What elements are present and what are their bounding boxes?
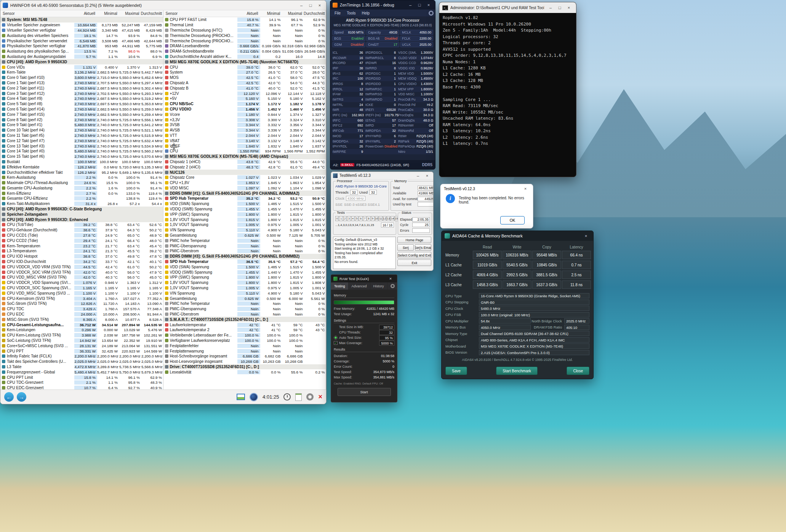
sensor-row[interactable]: Drive: CT4000T710SSD8 (2513524F6D31) [C:… [163, 364, 326, 370]
sensor-row[interactable]: VDD (SWA) Spannung 1.500 V 1.485 V 1.515… [163, 264, 326, 269]
sensor-row[interactable]: CPU TDC-Grenzwert 2.1 % 1.1 % 95.8 % 48.… [0, 380, 163, 385]
sensor-row[interactable]: Infinity Fabric Takt (FCLK) 2,200.0 MHz … [0, 354, 163, 359]
sensor-row[interactable]: Effektive Kerntakte 126.2 MHz 0.0 MHz 5,… [0, 164, 163, 170]
sensor-row[interactable]: Core 1 Takt (perf #13) 2,740.0 MHz 2,707… [0, 80, 163, 86]
dialog-titlebar[interactable]: TestMem5 v0.12.3 × [440, 184, 533, 193]
col-min[interactable]: Minimal [97, 11, 119, 16]
close-icon[interactable]: × [315, 2, 324, 9]
setting-input[interactable]: 39712 [379, 325, 394, 330]
sensor-row[interactable]: VPP (SWC) Spannung 1.800 V 1.800 V 1.815… [163, 275, 326, 280]
sensor-row[interactable]: CPU [#0]: AMD Ryzen 9 9950X3D: Enhanced [0, 217, 163, 222]
col-sensor[interactable]: Sensor [163, 11, 237, 16]
sensor-row[interactable]: Vcore 1.180 V 0.844 V 1.374 V 1.327 V [163, 112, 326, 117]
sensor-row[interactable]: MSI MEG X870E GODLIKE X EDITION (MS-7E48… [163, 59, 326, 64]
gear-icon[interactable] [429, 11, 434, 16]
close-icon[interactable]: × [424, 2, 433, 8]
sensor-row[interactable]: Speicher-Zeitangaben [0, 212, 163, 217]
sensor-row[interactable]: CPU PPT 36.331 W 32.425 W 220.923 W 144.… [0, 348, 163, 354]
sensor-row[interactable]: Gesamtleistung 0.625 W 0.500 W 7.125 W 5… [163, 233, 326, 238]
sensor-row[interactable]: System 27.0 °C 26.5 °C 37.0 °C 28.0 °C [163, 70, 326, 75]
setting-toggle[interactable] [334, 336, 338, 340]
sensor-row[interactable]: PMIC hohe Temperatur Nein Nein Nein 0 % [163, 238, 326, 243]
close-icon[interactable]: × [423, 172, 431, 179]
hwinfo-titlebar[interactable]: HWiNFO® 64 v8.40-5900 Sensorstatus [0.2%… [0, 0, 326, 10]
sensor-row[interactable]: CPU PPT Limit 15.8 % 14.1 % 96.1 % 62.9 … [0, 375, 163, 380]
sensor-row[interactable]: Gesamte CPU-Effizienz 2.2 % 138.8 % 119.… [0, 196, 163, 201]
sensor-row[interactable]: CPU NB/SoC 1.174 V 1.172 V 1.182 V 1.178… [163, 101, 326, 107]
close-icon[interactable]: × [521, 185, 530, 192]
maximize-icon[interactable]: □ [306, 2, 315, 9]
sensor-row[interactable]: CPU VDDCR_VDD Spannung (SVI... 1.076 V 0… [0, 280, 163, 285]
zentimings-titlebar[interactable]: ZenTimings 1.36.1856 - debug – □ × [330, 0, 435, 10]
save-button[interactable]: Save [445, 367, 467, 375]
maximize-icon[interactable]: □ [415, 2, 424, 8]
sensor-row[interactable]: VIN Spannung 5.110 V 4.900 V 5.180 V 5.0… [163, 290, 326, 296]
sensor-row[interactable]: 1,8V VOUT Spannung 1.800 V 1.800 V 1.815… [163, 280, 326, 285]
sensor-row[interactable]: Kern-Temperaturen 23.2 °C 21.7 °C 63.4 °… [0, 243, 163, 248]
sensor-row[interactable]: Core 11 Takt (perf #5) 2,740.0 MHz 2,740… [0, 133, 163, 138]
sensor-row[interactable]: Host-Lesevorgänge insgesamt 10,268 GB 10… [163, 359, 326, 364]
sensor-row[interactable]: Laufwerkstemperatur 2 42 °C 41 °C 59 °C … [163, 327, 326, 333]
sensor-row[interactable]: PMIC-Überstrom Nein Nein Nein 0 % [163, 248, 326, 254]
sensor-row[interactable]: Maximale CPU-/Thread-Auslastung 24.6 % 1… [0, 180, 163, 186]
sensor-row[interactable]: Core 6 Takt (perf #14) 2,740.0 MHz 2,682… [0, 107, 163, 112]
col-min[interactable]: Minimal [259, 11, 282, 16]
sensor-row[interactable]: Thermische Drosselung (PROCHO... Nein Ne… [163, 33, 326, 38]
sensor-row[interactable]: Durchschnittlicher effektiver Takt 126.2… [0, 170, 163, 175]
sensor-row[interactable]: CPU CCD2 (Tdie) 29.4 °C 24.1 °C 66.4 °C … [0, 238, 163, 243]
sensor-row[interactable]: Core 8 Takt (perf #2) 2,740.0 MHz 2,740.… [0, 117, 163, 122]
sensor-row[interactable]: CPU IOD-Durchschnitt 34.2 °C 33.7 °C 42.… [0, 259, 163, 264]
sensor-row[interactable]: Auslastung des physikalischen Sp... 13.5… [0, 49, 163, 54]
sensor-row[interactable]: NUC126 [163, 170, 326, 175]
tab-testing[interactable]: Testing [331, 282, 349, 290]
sensor-row[interactable]: CPU VDDIO 1.456 V 1.452 V 1.460 V 1.456 … [163, 107, 326, 112]
sensor-row[interactable]: Chipsatz 1 (xHCI) 43.8 °C 42.9 °C 55.6 °… [163, 159, 326, 165]
menu-help[interactable]: Help [359, 11, 372, 16]
threads-value[interactable]: 32 [350, 190, 358, 195]
col-current[interactable]: Aktuell [74, 11, 97, 16]
sensor-row[interactable]: Thermische Drosselung (PROCHO... Nein Ne… [163, 38, 326, 43]
sensor-row[interactable]: Core 3 Takt (perf #12) 2,740.0 MHz 2,702… [0, 91, 163, 96]
sensor-row[interactable]: Verfügbarer Laufwerksreserveplatz 100.0 … [163, 338, 326, 343]
menu-tools[interactable]: Tools [344, 11, 358, 16]
sensor-row[interactable]: Thermische Drosselung (HTC) Nein Nein Ne… [163, 28, 326, 33]
minimize-icon[interactable]: – [406, 2, 415, 8]
sensor-row[interactable]: 1,0V VOUT Spannung 1.005 V 0.975 V 1.005… [163, 285, 326, 291]
sensor-row[interactable]: CPU VDD_MISC Spannung (SVI3 ... 1.100 V … [0, 290, 163, 296]
sensor-row[interactable]: 1,0V VOUT Spannung 1.005 V 0.975 V 1.005… [163, 222, 326, 228]
sensor-row[interactable]: Takt des Speicher-Controllers (U... 2,02… [0, 359, 163, 364]
sensor-row[interactable]: Kern-Leistungen 0.296 W 0.000 W 13.029 W… [0, 327, 163, 333]
sensor-row[interactable]: SoC-Strom (SVI3 TFN) 12.826 A 11.720 A 1… [0, 301, 163, 306]
sensor-row[interactable]: VDDQ (SWB) Spannung 1.455 V 1.455 V 1.47… [163, 207, 326, 212]
sensor-row[interactable]: CPU TDC 3.429 A 1.760 A 157.570 A 77.348… [0, 306, 163, 312]
minimize-icon[interactable]: – [414, 172, 422, 179]
sensor-row[interactable]: CPU EDC 24.000 A 10.000 A 208.500 A 91.9… [0, 312, 163, 317]
sensor-row[interactable]: MISC-Strom (SVI3 TFN) 8.365 A 8.000 A 10… [0, 317, 163, 322]
start-button[interactable]: Start [338, 388, 391, 396]
sensor-row[interactable]: CPU Kern-Leistung (SVI3 TFN) 3.988 W 2.0… [0, 333, 163, 338]
sensor-row[interactable]: Virtueller Speicher verfügbar 44,924 MB … [0, 28, 163, 33]
sensor-row[interactable]: +5V 5.160 V 5.150 V 5.180 V 5.162 V [163, 96, 326, 101]
sensor-row[interactable]: 3VSB 3.344 V 3.332 V 3.356 V 3.344 V [163, 122, 326, 128]
sensor-row[interactable]: Core 10 Takt (perf #4) 2,740.0 MHz 2,740… [0, 128, 163, 133]
hwinfo-logo-icon[interactable] [250, 393, 258, 401]
test-log[interactable]: Config: Default @1usmus_v3 Testing windo… [333, 237, 396, 269]
minimize-icon[interactable]: – [297, 2, 306, 9]
maximize-icon[interactable]: □ [555, 4, 564, 11]
col-avg[interactable]: Durchschnitt [304, 11, 326, 16]
setting-toggle[interactable] [334, 341, 338, 345]
tab-history[interactable]: History [370, 282, 387, 290]
sensor-row[interactable]: Kern-Takt-Multiplikatoren 31.4 x 26.8 x … [0, 201, 163, 207]
used-value[interactable]: 32 [369, 190, 377, 195]
sensor-row[interactable]: Core+SoC+MISC Leistung (SVI3 ... 28.131 … [0, 343, 163, 348]
sensor-row[interactable]: Core 15 Takt (perf #6) 2,740.0 MHz 2,740… [0, 154, 163, 159]
sensor-row[interactable]: CPU VDD_MISC VRM (SVI3 TFN) 42.0 °C 40.3… [0, 275, 163, 280]
sensor-row[interactable]: Core 9 Takt (perf #1) 5,480.0 MHz 2,740.… [0, 122, 163, 128]
graph-icon[interactable] [237, 394, 245, 400]
sensor-row[interactable]: SoC-Leistung (SVI3 TFN) 14.942 W 13.654 … [0, 338, 163, 343]
sensor-row[interactable]: SPD Hub Temperatur 36.5 °C 35.5 °C 57.2 … [163, 259, 326, 264]
sensor-row[interactable]: CPU [#0]: AMD Ryzen 9 9950X3D: C-State B… [0, 207, 163, 212]
forward-icon[interactable]: → [17, 392, 26, 402]
sensor-row[interactable]: CPU-Gesamt-Leistungsaufna... 36.712 W 34… [0, 322, 163, 327]
sensor-row[interactable]: Core 14 Takt (perf #0) 5,480.0 MHz 2,740… [0, 149, 163, 154]
